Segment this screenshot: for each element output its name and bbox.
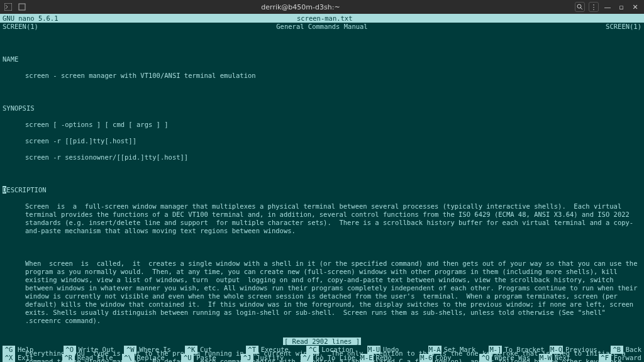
shortcut-label: Undo xyxy=(383,346,399,354)
man-header-left: SCREEN(1) xyxy=(3,23,53,31)
man-header-right: SCREEN(1) xyxy=(591,23,641,31)
section-name-heading: NAME xyxy=(3,55,641,63)
shortcut-cell: ^/Go To Line xyxy=(301,354,360,362)
shortcut-key: ^R xyxy=(62,354,75,362)
section-description-heading: DESCRIPTION xyxy=(3,186,641,194)
nano-status-line: [ Read 2902 lines ] xyxy=(0,337,644,346)
nano-title-bar: GNU nano 5.6.1 screen-man.txt xyxy=(0,14,644,23)
svg-rect-0 xyxy=(4,3,12,11)
shortcut-key: ^W xyxy=(124,346,136,354)
shortcut-key: ^/ xyxy=(301,354,313,362)
shortcut-label: Copy xyxy=(435,354,451,362)
window-titlebar: derrik@b450m-d3sh:~ ⋮ — ▫ ✕ xyxy=(0,0,644,14)
shortcut-label: To Bracket xyxy=(504,346,544,354)
shortcut-key: M-E xyxy=(360,354,374,362)
shortcut-cell: ^WWhere Is xyxy=(124,346,185,354)
svg-line-3 xyxy=(580,8,582,9)
shortcut-label: Go To Line xyxy=(316,354,355,362)
shortcut-cell: ^FForward xyxy=(599,354,641,362)
shortcut-cell: ^RRead File xyxy=(62,354,122,362)
synopsis-line: screen -r sessionowner/[[pid.]tty[.host]… xyxy=(3,153,641,162)
shortcut-key: ^J xyxy=(241,354,253,362)
shortcut-key: ^U xyxy=(181,354,194,362)
close-button[interactable]: ✕ xyxy=(630,2,640,12)
shortcut-cell: ^QWhere Was xyxy=(479,354,539,362)
window-title: derrik@b450m-d3sh:~ xyxy=(26,3,575,11)
synopsis-line: screen [ -options ] [ cmd [ args ] ] xyxy=(3,121,641,129)
man-header-row: SCREEN(1) General Commands Manual SCREEN… xyxy=(0,23,644,31)
man-header-center: General Commands Manual xyxy=(53,23,591,31)
shortcut-cell: M-ERedo xyxy=(360,354,420,362)
shortcut-key: ^\ xyxy=(122,354,135,362)
nano-version: GNU nano 5.6.1 xyxy=(3,14,58,23)
shortcut-label: Read File xyxy=(77,354,113,362)
editor-viewport[interactable]: NAME screen - screen manager with VT100/… xyxy=(0,31,644,362)
shortcut-key: ^X xyxy=(3,354,15,362)
shortcut-cell: ^XExit xyxy=(3,354,62,362)
terminal-icon xyxy=(4,3,13,11)
section-synopsis-heading: SYNOPSIS xyxy=(3,104,641,112)
synopsis-line: screen -r [[pid.]tty[.host]] xyxy=(3,137,641,145)
shortcut-cell: M-6Copy xyxy=(419,354,479,362)
shortcut-key: ^K xyxy=(185,346,197,354)
shortcut-key: M-A xyxy=(428,346,441,354)
shortcut-key: ^F xyxy=(599,354,611,362)
shortcut-label: Location xyxy=(321,346,353,354)
shortcut-key: ^Q xyxy=(479,354,492,362)
shortcut-key: ^C xyxy=(306,346,319,354)
shortcut-cell: M-WNext xyxy=(539,354,599,362)
shortcut-key: M-6 xyxy=(419,354,433,362)
shortcut-cell: M-QPrevious xyxy=(550,346,611,354)
shortcut-key: M-] xyxy=(489,346,502,354)
shortcut-cell: ^\Replace xyxy=(122,354,182,362)
shortcut-key: M-U xyxy=(367,346,380,354)
shortcut-cell: M-UUndo xyxy=(367,346,428,354)
maximize-button[interactable]: ▫ xyxy=(616,2,626,12)
shortcut-cell: ^KCut xyxy=(185,346,246,354)
nano-shortcut-bar: ^GHelp^OWrite Out^WWhere Is^KCut^TExecut… xyxy=(0,346,644,362)
name-line: screen - screen manager with VT100/ANSI … xyxy=(3,72,641,80)
shortcut-key: ^O xyxy=(64,346,76,354)
shortcut-cell: ^CLocation xyxy=(306,346,367,354)
shortcut-key: M-W xyxy=(539,354,552,362)
desc-para: Screen is a full-screen window manager t… xyxy=(3,202,641,235)
shortcut-label: Forward xyxy=(614,354,641,362)
shortcut-cell: ^BBack xyxy=(611,346,641,354)
svg-rect-1 xyxy=(19,4,25,10)
shortcut-label: Replace xyxy=(137,354,165,362)
shortcut-label: Where Is xyxy=(139,346,171,354)
shortcut-label: Paste xyxy=(196,354,216,362)
status-text: [ Read 2902 lines ] xyxy=(283,337,361,345)
search-icon[interactable] xyxy=(575,2,585,12)
shortcut-cell: ^JJustify xyxy=(241,354,301,362)
shortcut-cell: ^TExecute xyxy=(246,346,307,354)
shortcut-key: ^G xyxy=(3,346,15,354)
shortcut-cell: ^OWrite Out xyxy=(64,346,125,354)
shortcut-label: Where Was xyxy=(494,354,530,362)
shortcut-label: Previous xyxy=(565,346,597,354)
minimize-button[interactable]: — xyxy=(602,2,613,12)
shortcut-label: Cut xyxy=(200,346,212,354)
menu-icon[interactable]: ⋮ xyxy=(589,2,599,12)
shortcut-label: Set Mark xyxy=(444,346,476,354)
shortcut-cell: ^UPaste xyxy=(181,354,241,362)
shortcut-cell: M-]To Bracket xyxy=(489,346,550,354)
shortcut-label: Help xyxy=(18,346,33,354)
shortcut-label: Justify xyxy=(256,354,284,362)
shortcut-cell: ^GHelp xyxy=(3,346,64,354)
shortcut-label: Next xyxy=(555,354,570,362)
shortcut-label: Execute xyxy=(261,346,289,354)
shortcut-key: ^T xyxy=(246,346,258,354)
shortcut-cell: M-ASet Mark xyxy=(428,346,489,354)
desc-para: When screen is called, it creates a sing… xyxy=(3,260,641,325)
shortcut-label: Redo xyxy=(376,354,392,362)
new-tab-icon[interactable] xyxy=(18,3,26,11)
shortcut-key: ^B xyxy=(611,346,623,354)
shortcut-label: Exit xyxy=(18,354,33,362)
shortcut-key: M-Q xyxy=(550,346,563,354)
shortcut-label: Write Out xyxy=(79,346,114,354)
shortcut-label: Back xyxy=(626,346,641,354)
nano-filename: screen-man.txt xyxy=(58,14,591,23)
